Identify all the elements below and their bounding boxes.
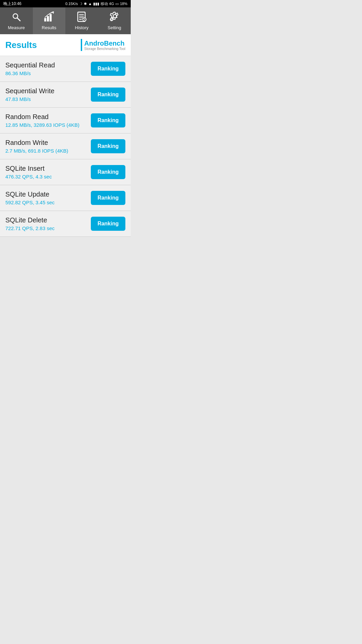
result-name: SQLite Update [5, 191, 91, 198]
setting-icon [109, 11, 120, 24]
result-value: 2.7 MB/s, 691.8 IOPS (4KB) [5, 148, 91, 154]
signal-icon: ▮▮▮ [93, 2, 99, 6]
ranking-button[interactable]: Ranking [91, 165, 125, 179]
svg-rect-3 [47, 16, 49, 21]
result-row: Random Write2.7 MB/s, 691.8 IOPS (4KB)Ra… [0, 133, 131, 159]
result-name: Sequential Read [5, 61, 91, 69]
result-info: Random Read12.85 MB/s, 3289.63 IOPS (4KB… [5, 113, 91, 128]
result-name: SQLite Delete [5, 216, 91, 224]
network-speed: 0.15K/s [65, 2, 78, 6]
tab-history[interactable]: History [65, 7, 98, 34]
result-info: Sequential Write47.83 MB/s [5, 87, 91, 102]
result-name: Sequential Write [5, 87, 91, 95]
result-row: SQLite Update592.82 QPS, 3.45 secRanking [0, 185, 131, 211]
brand-name-part1: Andro [84, 40, 104, 47]
history-icon [76, 11, 87, 24]
result-value: 592.82 QPS, 3.45 sec [5, 200, 91, 205]
status-time: 晚上10:46 [3, 1, 21, 7]
svg-rect-4 [50, 14, 52, 21]
svg-rect-2 [44, 18, 46, 21]
result-row: Random Read12.85 MB/s, 3289.63 IOPS (4KB… [0, 108, 131, 133]
brand-logo: AndroBench Storage Benchmarking Tool [81, 39, 125, 51]
brand-name: AndroBench [84, 40, 125, 47]
result-value: 476.32 QPS, 4.3 sec [5, 174, 91, 179]
result-row: Sequential Write47.83 MB/sRanking [0, 82, 131, 108]
tab-history-label: History [75, 25, 88, 30]
result-value: 12.85 MB/s, 3289.63 IOPS (4KB) [5, 122, 91, 128]
result-name: Random Write [5, 139, 91, 147]
ranking-button[interactable]: Ranking [91, 191, 125, 205]
result-info: Random Write2.7 MB/s, 691.8 IOPS (4KB) [5, 139, 91, 154]
results-icon [44, 11, 54, 24]
bluetooth-icon: ✱ [84, 2, 87, 6]
status-right: 0.15K/s ☽ ✱ ▲ ▮▮▮ 移动 4G ▭ 18% [65, 1, 127, 6]
ranking-button[interactable]: Ranking [91, 62, 125, 76]
battery-level: 18% [120, 2, 127, 6]
wifi-icon: ▲ [88, 2, 92, 6]
tab-measure-label: Measure [8, 25, 25, 30]
result-info: SQLite Insert476.32 QPS, 4.3 sec [5, 165, 91, 179]
results-header: Results AndroBench Storage Benchmarking … [0, 34, 131, 56]
result-list: Sequential Read86.36 MB/sRankingSequenti… [0, 56, 131, 237]
result-row: SQLite Insert476.32 QPS, 4.3 secRanking [0, 159, 131, 185]
battery-icon: ▭ [115, 2, 119, 6]
brand-subtitle: Storage Benchmarking Tool [84, 47, 125, 51]
result-info: SQLite Delete722.71 QPS, 2.83 sec [5, 216, 91, 231]
result-name: Random Read [5, 113, 91, 121]
ranking-button[interactable]: Ranking [91, 217, 125, 231]
result-value: 86.36 MB/s [5, 70, 91, 76]
tab-results[interactable]: Results [33, 7, 66, 34]
carrier: 移动 4G [101, 1, 114, 6]
ranking-button[interactable]: Ranking [91, 113, 125, 127]
brand-bar-decoration [81, 39, 82, 51]
nav-tabs: Measure Results [0, 7, 131, 34]
brand-text: AndroBench Storage Benchmarking Tool [84, 40, 125, 51]
moon-icon: ☽ [79, 2, 82, 6]
status-bar: 晚上10:46 0.15K/s ☽ ✱ ▲ ▮▮▮ 移动 4G ▭ 18% [0, 0, 131, 7]
result-value: 47.83 MB/s [5, 96, 91, 102]
result-row: Sequential Read86.36 MB/sRanking [0, 56, 131, 82]
brand-name-part2: Bench [104, 40, 124, 47]
tab-setting[interactable]: Setting [98, 7, 131, 34]
tab-measure[interactable]: Measure [0, 7, 33, 34]
results-page-title: Results [5, 40, 37, 50]
tab-setting-label: Setting [108, 25, 121, 30]
ranking-button[interactable]: Ranking [91, 88, 125, 102]
result-value: 722.71 QPS, 2.83 sec [5, 225, 91, 231]
result-row: SQLite Delete722.71 QPS, 2.83 secRanking [0, 211, 131, 237]
svg-line-1 [17, 18, 20, 21]
result-info: SQLite Update592.82 QPS, 3.45 sec [5, 191, 91, 205]
result-info: Sequential Read86.36 MB/s [5, 61, 91, 76]
ranking-button[interactable]: Ranking [91, 139, 125, 153]
measure-icon [11, 11, 22, 24]
result-name: SQLite Insert [5, 165, 91, 172]
tab-results-label: Results [42, 25, 56, 30]
